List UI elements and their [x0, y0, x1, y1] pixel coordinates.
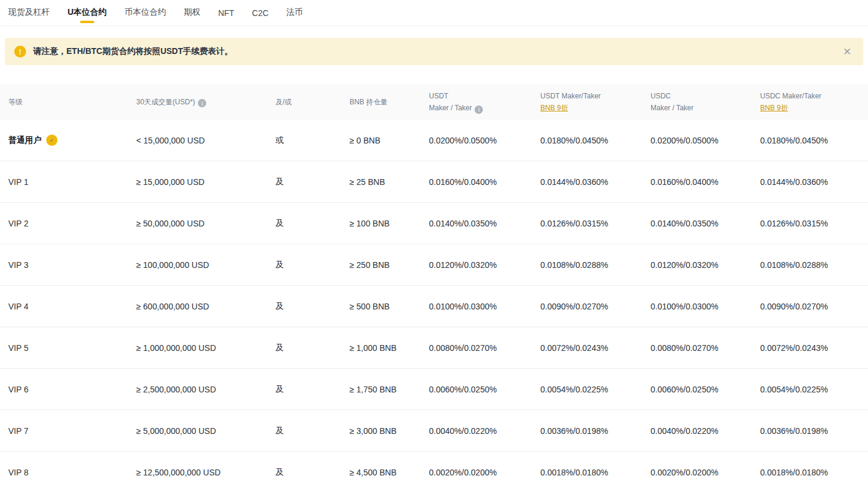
- fee-category-tab[interactable]: C2C: [252, 8, 268, 25]
- level-cell: VIP 6: [0, 385, 136, 394]
- info-icon[interactable]: i: [198, 99, 206, 107]
- table-row: VIP 4 ≥ 600,000,000 USD 及 ≥ 500 BNB 0.01…: [0, 286, 868, 327]
- usdt-fee-cell: 0.0160%/0.0400%: [429, 177, 540, 187]
- usdt-bnb-fee-cell: 0.0144%/0.0360%: [540, 177, 651, 187]
- bnb-balance-cell: ≥ 0 BNB: [350, 136, 429, 145]
- table-header-row: 等级 30天成交量(USD*)i 及/或 BNB 持仓量 USDT Maker …: [0, 84, 868, 120]
- header-usdt: USDT Maker / Takeri: [429, 90, 540, 114]
- table-row: VIP 2 ≥ 50,000,000 USD 及 ≥ 100 BNB 0.014…: [0, 203, 868, 244]
- level-label: VIP 6: [8, 385, 28, 394]
- header-level: 等级: [0, 96, 136, 108]
- header-usdc-line1: USDC: [651, 90, 754, 102]
- usdt-bnb-fee-cell: 0.0090%/0.0270%: [540, 302, 651, 311]
- table-row: VIP 7 ≥ 5,000,000,000 USD 及 ≥ 3,000 BNB …: [0, 410, 868, 452]
- tab-label: NFT: [218, 8, 234, 18]
- usdc-bnb-fee-cell: 0.0126%/0.0315%: [760, 219, 868, 228]
- and-or-cell: 及: [276, 343, 350, 353]
- level-cell: 普通用户 ✓: [0, 135, 136, 146]
- volume-cell: ≥ 12,500,000,000 USD: [136, 468, 276, 477]
- level-label: VIP 3: [8, 260, 28, 270]
- level-cell: VIP 4: [0, 302, 136, 311]
- header-bnb-balance: BNB 持仓量: [350, 96, 429, 108]
- current-tier-check-icon: ✓: [46, 135, 57, 146]
- usdc-bnb-fee-cell: 0.0144%/0.0360%: [760, 177, 868, 187]
- bnb-balance-cell: ≥ 250 BNB: [350, 260, 429, 270]
- level-cell: VIP 7: [0, 426, 136, 436]
- level-cell: VIP 3: [0, 260, 136, 270]
- usdc-fee-cell: 0.0140%/0.0350%: [651, 219, 760, 228]
- tab-label: 期权: [184, 7, 200, 17]
- usdc-bnb-fee-cell: 0.0090%/0.0270%: [760, 302, 868, 311]
- volume-cell: ≥ 600,000,000 USD: [136, 302, 276, 311]
- usdc-bnb-discount-link[interactable]: BNB 9折: [760, 104, 788, 112]
- tab-label: 币本位合约: [124, 7, 166, 17]
- bnb-balance-cell: ≥ 1,750 BNB: [350, 385, 429, 394]
- level-label: VIP 7: [8, 426, 28, 436]
- header-volume: 30天成交量(USD*)i: [136, 96, 276, 108]
- info-icon[interactable]: i: [475, 106, 483, 114]
- fee-category-tab[interactable]: 现货及杠杆: [8, 7, 50, 25]
- bnb-balance-cell: ≥ 25 BNB: [350, 177, 429, 187]
- close-icon[interactable]: ✕: [841, 44, 854, 59]
- notice-text: 请注意，ETH/BTC期货合约将按照USDT手续费表计。: [33, 46, 841, 57]
- level-label: VIP 2: [8, 219, 28, 228]
- and-or-cell: 及: [276, 218, 350, 229]
- tab-label: C2C: [252, 8, 268, 18]
- usdc-bnb-fee-cell: 0.0036%/0.0198%: [760, 426, 868, 436]
- and-or-cell: 及: [276, 384, 350, 395]
- table-row: VIP 1 ≥ 15,000,000 USD 及 ≥ 25 BNB 0.0160…: [0, 161, 868, 203]
- volume-cell: ≥ 1,000,000,000 USD: [136, 343, 276, 353]
- usdc-fee-cell: 0.0080%/0.0270%: [651, 343, 760, 353]
- usdc-fee-cell: 0.0120%/0.0320%: [651, 260, 760, 270]
- level-label: VIP 5: [8, 343, 28, 353]
- level-cell: VIP 8: [0, 468, 136, 477]
- usdc-fee-cell: 0.0100%/0.0300%: [651, 302, 760, 311]
- fee-tabs: 现货及杠杆 U本位合约 币本位合约 期权 NFT C2C 法币: [0, 0, 868, 26]
- header-usdt-bnb-line1: USDT Maker/Taker: [540, 90, 645, 102]
- usdt-fee-cell: 0.0200%/0.0500%: [429, 136, 540, 145]
- header-usdc-line2: Maker / Taker: [651, 102, 754, 114]
- header-usdc-bnb: USDC Maker/Taker BNB 9折: [760, 90, 868, 114]
- table-row: 普通用户 ✓ < 15,000,000 USD 或 ≥ 0 BNB 0.0200…: [0, 120, 868, 161]
- usdt-bnb-fee-cell: 0.0072%/0.0243%: [540, 343, 651, 353]
- bnb-balance-cell: ≥ 100 BNB: [350, 219, 429, 228]
- volume-cell: ≥ 5,000,000,000 USD: [136, 426, 276, 436]
- fee-category-tab[interactable]: 法币: [286, 7, 303, 25]
- header-volume-label: 30天成交量(USD*): [136, 98, 195, 106]
- usdt-fee-cell: 0.0100%/0.0300%: [429, 302, 540, 311]
- and-or-cell: 及: [276, 301, 350, 312]
- level-label: 普通用户: [8, 135, 41, 146]
- table-body: 普通用户 ✓ < 15,000,000 USD 或 ≥ 0 BNB 0.0200…: [0, 120, 868, 492]
- fee-category-tab[interactable]: U本位合约: [68, 7, 107, 25]
- header-usdt-bnb: USDT Maker/Taker BNB 9折: [540, 90, 651, 114]
- and-or-cell: 及: [276, 426, 350, 436]
- table-row: VIP 5 ≥ 1,000,000,000 USD 及 ≥ 1,000 BNB …: [0, 327, 868, 369]
- usdt-fee-cell: 0.0120%/0.0320%: [429, 260, 540, 270]
- fee-category-tab[interactable]: NFT: [218, 8, 234, 25]
- usdt-bnb-fee-cell: 0.0108%/0.0288%: [540, 260, 651, 270]
- bnb-balance-cell: ≥ 500 BNB: [350, 302, 429, 311]
- level-cell: VIP 1: [0, 177, 136, 187]
- usdt-fee-cell: 0.0060%/0.0250%: [429, 385, 540, 394]
- level-cell: VIP 2: [0, 219, 136, 228]
- usdc-bnb-fee-cell: 0.0018%/0.0180%: [760, 468, 868, 477]
- level-label: VIP 8: [8, 468, 28, 477]
- and-or-cell: 及: [276, 467, 350, 478]
- usdc-fee-cell: 0.0060%/0.0250%: [651, 385, 760, 394]
- alert-icon: !: [14, 46, 26, 57]
- usdt-bnb-fee-cell: 0.0126%/0.0315%: [540, 219, 651, 228]
- usdc-bnb-fee-cell: 0.0054%/0.0225%: [760, 385, 868, 394]
- header-usdt-line2: Maker / Takeri: [429, 102, 534, 114]
- tab-label: U本位合约: [68, 7, 107, 17]
- usdt-bnb-discount-link[interactable]: BNB 9折: [540, 104, 568, 112]
- usdc-fee-cell: 0.0020%/0.0200%: [651, 468, 760, 477]
- usdt-fee-cell: 0.0040%/0.0220%: [429, 426, 540, 436]
- fee-category-tab[interactable]: 期权: [184, 7, 200, 25]
- header-usdc: USDC Maker / Taker: [651, 90, 760, 114]
- usdt-bnb-fee-cell: 0.0036%/0.0198%: [540, 426, 651, 436]
- fee-category-tab[interactable]: 币本位合约: [124, 7, 166, 25]
- usdt-fee-cell: 0.0140%/0.0350%: [429, 219, 540, 228]
- header-usdt-line1: USDT: [429, 90, 534, 102]
- and-or-cell: 及: [276, 260, 350, 270]
- header-usdc-bnb-line1: USDC Maker/Taker: [760, 90, 862, 102]
